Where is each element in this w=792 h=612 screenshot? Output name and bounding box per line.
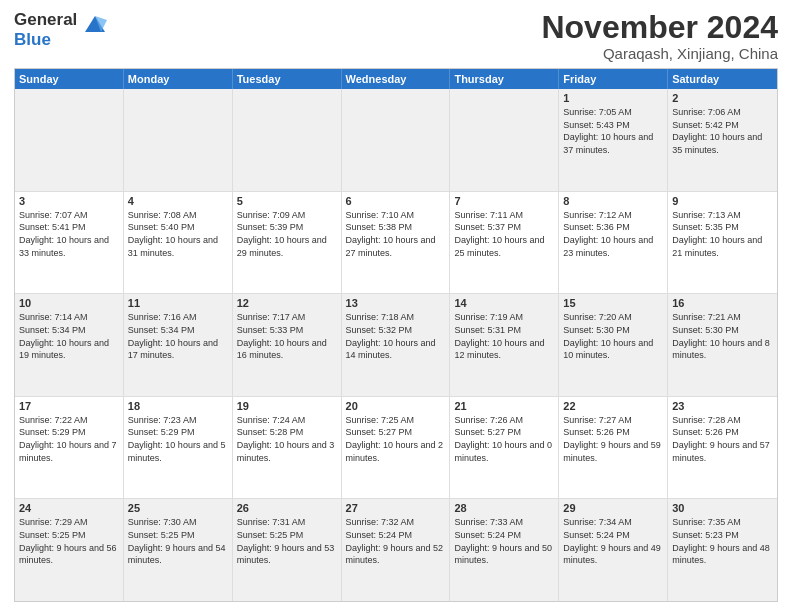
day-info: Sunrise: 7:08 AM Sunset: 5:40 PM Dayligh…: [128, 209, 228, 259]
day-number: 17: [19, 400, 119, 412]
cal-cell-r4-c3: 27Sunrise: 7:32 AM Sunset: 5:24 PM Dayli…: [342, 499, 451, 601]
cal-cell-r4-c2: 26Sunrise: 7:31 AM Sunset: 5:25 PM Dayli…: [233, 499, 342, 601]
day-number: 28: [454, 502, 554, 514]
cal-cell-r2-c2: 12Sunrise: 7:17 AM Sunset: 5:33 PM Dayli…: [233, 294, 342, 396]
day-number: 3: [19, 195, 119, 207]
day-info: Sunrise: 7:22 AM Sunset: 5:29 PM Dayligh…: [19, 414, 119, 464]
logo: General Blue: [14, 10, 109, 49]
calendar-row-4: 24Sunrise: 7:29 AM Sunset: 5:25 PM Dayli…: [15, 498, 777, 601]
calendar-row-0: 1Sunrise: 7:05 AM Sunset: 5:43 PM Daylig…: [15, 89, 777, 191]
cal-cell-r0-c4: [450, 89, 559, 191]
page: General Blue November 2024 Qaraqash, Xin…: [0, 0, 792, 612]
cal-cell-r2-c6: 16Sunrise: 7:21 AM Sunset: 5:30 PM Dayli…: [668, 294, 777, 396]
day-number: 6: [346, 195, 446, 207]
day-info: Sunrise: 7:16 AM Sunset: 5:34 PM Dayligh…: [128, 311, 228, 361]
calendar-body: 1Sunrise: 7:05 AM Sunset: 5:43 PM Daylig…: [15, 89, 777, 601]
day-info: Sunrise: 7:30 AM Sunset: 5:25 PM Dayligh…: [128, 516, 228, 566]
cal-cell-r1-c0: 3Sunrise: 7:07 AM Sunset: 5:41 PM Daylig…: [15, 192, 124, 294]
day-number: 5: [237, 195, 337, 207]
header-thursday: Thursday: [450, 69, 559, 89]
cal-cell-r4-c1: 25Sunrise: 7:30 AM Sunset: 5:25 PM Dayli…: [124, 499, 233, 601]
header: General Blue November 2024 Qaraqash, Xin…: [14, 10, 778, 62]
cal-cell-r0-c0: [15, 89, 124, 191]
day-number: 12: [237, 297, 337, 309]
cal-cell-r1-c4: 7Sunrise: 7:11 AM Sunset: 5:37 PM Daylig…: [450, 192, 559, 294]
day-info: Sunrise: 7:05 AM Sunset: 5:43 PM Dayligh…: [563, 106, 663, 156]
cal-cell-r1-c2: 5Sunrise: 7:09 AM Sunset: 5:39 PM Daylig…: [233, 192, 342, 294]
day-number: 15: [563, 297, 663, 309]
calendar: Sunday Monday Tuesday Wednesday Thursday…: [14, 68, 778, 602]
day-info: Sunrise: 7:27 AM Sunset: 5:26 PM Dayligh…: [563, 414, 663, 464]
day-info: Sunrise: 7:10 AM Sunset: 5:38 PM Dayligh…: [346, 209, 446, 259]
cal-cell-r0-c1: [124, 89, 233, 191]
cal-cell-r3-c1: 18Sunrise: 7:23 AM Sunset: 5:29 PM Dayli…: [124, 397, 233, 499]
month-title: November 2024: [541, 10, 778, 45]
day-number: 8: [563, 195, 663, 207]
logo-icon: [81, 12, 109, 40]
day-number: 4: [128, 195, 228, 207]
day-number: 9: [672, 195, 773, 207]
cal-cell-r4-c0: 24Sunrise: 7:29 AM Sunset: 5:25 PM Dayli…: [15, 499, 124, 601]
logo-blue: Blue: [14, 30, 51, 49]
day-info: Sunrise: 7:29 AM Sunset: 5:25 PM Dayligh…: [19, 516, 119, 566]
cal-cell-r0-c3: [342, 89, 451, 191]
cal-cell-r1-c3: 6Sunrise: 7:10 AM Sunset: 5:38 PM Daylig…: [342, 192, 451, 294]
cal-cell-r0-c6: 2Sunrise: 7:06 AM Sunset: 5:42 PM Daylig…: [668, 89, 777, 191]
day-number: 21: [454, 400, 554, 412]
cal-cell-r1-c5: 8Sunrise: 7:12 AM Sunset: 5:36 PM Daylig…: [559, 192, 668, 294]
header-sunday: Sunday: [15, 69, 124, 89]
day-number: 2: [672, 92, 773, 104]
header-wednesday: Wednesday: [342, 69, 451, 89]
location: Qaraqash, Xinjiang, China: [541, 45, 778, 62]
day-number: 25: [128, 502, 228, 514]
header-saturday: Saturday: [668, 69, 777, 89]
day-info: Sunrise: 7:25 AM Sunset: 5:27 PM Dayligh…: [346, 414, 446, 464]
day-number: 29: [563, 502, 663, 514]
cal-cell-r1-c6: 9Sunrise: 7:13 AM Sunset: 5:35 PM Daylig…: [668, 192, 777, 294]
day-number: 11: [128, 297, 228, 309]
cal-cell-r3-c4: 21Sunrise: 7:26 AM Sunset: 5:27 PM Dayli…: [450, 397, 559, 499]
cal-cell-r3-c0: 17Sunrise: 7:22 AM Sunset: 5:29 PM Dayli…: [15, 397, 124, 499]
day-number: 24: [19, 502, 119, 514]
day-info: Sunrise: 7:12 AM Sunset: 5:36 PM Dayligh…: [563, 209, 663, 259]
day-number: 30: [672, 502, 773, 514]
day-info: Sunrise: 7:32 AM Sunset: 5:24 PM Dayligh…: [346, 516, 446, 566]
day-info: Sunrise: 7:06 AM Sunset: 5:42 PM Dayligh…: [672, 106, 773, 156]
header-tuesday: Tuesday: [233, 69, 342, 89]
day-info: Sunrise: 7:26 AM Sunset: 5:27 PM Dayligh…: [454, 414, 554, 464]
day-number: 20: [346, 400, 446, 412]
calendar-header: Sunday Monday Tuesday Wednesday Thursday…: [15, 69, 777, 89]
header-friday: Friday: [559, 69, 668, 89]
cal-cell-r1-c1: 4Sunrise: 7:08 AM Sunset: 5:40 PM Daylig…: [124, 192, 233, 294]
day-info: Sunrise: 7:23 AM Sunset: 5:29 PM Dayligh…: [128, 414, 228, 464]
cal-cell-r0-c2: [233, 89, 342, 191]
cal-cell-r3-c3: 20Sunrise: 7:25 AM Sunset: 5:27 PM Dayli…: [342, 397, 451, 499]
day-number: 14: [454, 297, 554, 309]
header-monday: Monday: [124, 69, 233, 89]
day-info: Sunrise: 7:19 AM Sunset: 5:31 PM Dayligh…: [454, 311, 554, 361]
title-block: November 2024 Qaraqash, Xinjiang, China: [541, 10, 778, 62]
day-number: 1: [563, 92, 663, 104]
cal-cell-r3-c2: 19Sunrise: 7:24 AM Sunset: 5:28 PM Dayli…: [233, 397, 342, 499]
day-info: Sunrise: 7:20 AM Sunset: 5:30 PM Dayligh…: [563, 311, 663, 361]
calendar-row-1: 3Sunrise: 7:07 AM Sunset: 5:41 PM Daylig…: [15, 191, 777, 294]
logo-general: General: [14, 10, 77, 29]
day-info: Sunrise: 7:28 AM Sunset: 5:26 PM Dayligh…: [672, 414, 773, 464]
cal-cell-r3-c5: 22Sunrise: 7:27 AM Sunset: 5:26 PM Dayli…: [559, 397, 668, 499]
cal-cell-r2-c3: 13Sunrise: 7:18 AM Sunset: 5:32 PM Dayli…: [342, 294, 451, 396]
day-number: 27: [346, 502, 446, 514]
day-info: Sunrise: 7:18 AM Sunset: 5:32 PM Dayligh…: [346, 311, 446, 361]
cal-cell-r2-c1: 11Sunrise: 7:16 AM Sunset: 5:34 PM Dayli…: [124, 294, 233, 396]
cal-cell-r2-c5: 15Sunrise: 7:20 AM Sunset: 5:30 PM Dayli…: [559, 294, 668, 396]
cal-cell-r4-c4: 28Sunrise: 7:33 AM Sunset: 5:24 PM Dayli…: [450, 499, 559, 601]
day-info: Sunrise: 7:07 AM Sunset: 5:41 PM Dayligh…: [19, 209, 119, 259]
day-number: 23: [672, 400, 773, 412]
day-info: Sunrise: 7:14 AM Sunset: 5:34 PM Dayligh…: [19, 311, 119, 361]
day-number: 7: [454, 195, 554, 207]
cal-cell-r2-c0: 10Sunrise: 7:14 AM Sunset: 5:34 PM Dayli…: [15, 294, 124, 396]
day-info: Sunrise: 7:21 AM Sunset: 5:30 PM Dayligh…: [672, 311, 773, 361]
day-info: Sunrise: 7:24 AM Sunset: 5:28 PM Dayligh…: [237, 414, 337, 464]
cal-cell-r4-c6: 30Sunrise: 7:35 AM Sunset: 5:23 PM Dayli…: [668, 499, 777, 601]
calendar-row-3: 17Sunrise: 7:22 AM Sunset: 5:29 PM Dayli…: [15, 396, 777, 499]
cal-cell-r2-c4: 14Sunrise: 7:19 AM Sunset: 5:31 PM Dayli…: [450, 294, 559, 396]
